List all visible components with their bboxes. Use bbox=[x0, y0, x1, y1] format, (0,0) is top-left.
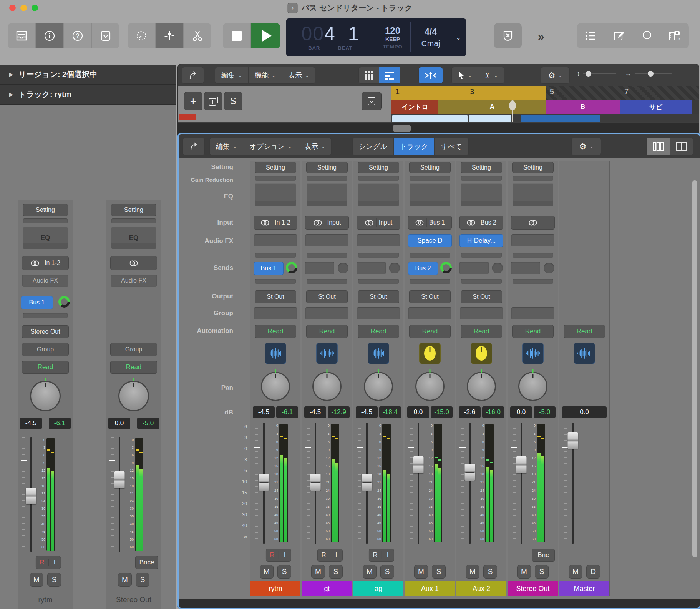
group-slot[interactable] bbox=[305, 307, 348, 319]
audio-fx-slot[interactable] bbox=[305, 234, 348, 246]
volume-db-value[interactable]: 0.0 bbox=[407, 406, 429, 418]
tracks-menu-1[interactable]: 機能⌄ bbox=[249, 67, 282, 83]
lcd-display[interactable]: 004 1 BAR BEAT 120 KEEP TEMPO 4/4 Cmaj ⌄ bbox=[286, 18, 466, 56]
pan-knob[interactable] bbox=[415, 372, 445, 401]
peak-db-value[interactable]: -5.0 bbox=[137, 418, 159, 429]
channel-setting-button[interactable]: Setting bbox=[461, 162, 502, 173]
mute-button[interactable]: M bbox=[311, 565, 325, 579]
fader-cap[interactable] bbox=[413, 456, 424, 473]
pan-knob[interactable] bbox=[518, 372, 547, 401]
play-button[interactable] bbox=[251, 23, 280, 48]
send-sub-slot[interactable] bbox=[23, 313, 68, 318]
audio-fx-slot[interactable]: Audio FX bbox=[111, 275, 157, 287]
record-enable-button[interactable]: R bbox=[369, 551, 382, 559]
volume-db-value[interactable]: -4.5 bbox=[356, 406, 378, 418]
send-sub-slot[interactable] bbox=[255, 279, 296, 284]
duplicate-track-button[interactable] bbox=[204, 92, 222, 110]
peak-db-value[interactable]: -16.0 bbox=[482, 406, 504, 418]
audio-fx-plugin-slot[interactable]: H-Delay... bbox=[459, 234, 503, 247]
marker-1[interactable]: A bbox=[438, 100, 546, 114]
plugin-sub-slot[interactable] bbox=[358, 253, 399, 258]
zoom-window-button[interactable] bbox=[32, 5, 38, 11]
waveform-icon[interactable] bbox=[368, 343, 389, 364]
channel-setting-button[interactable]: Setting bbox=[512, 162, 554, 173]
input-monitor-button[interactable]: I bbox=[279, 551, 291, 559]
output-slot[interactable]: St Out bbox=[409, 290, 451, 303]
volume-fader[interactable] bbox=[362, 423, 372, 544]
dim-button[interactable]: D bbox=[586, 565, 600, 579]
send-sub-slot[interactable] bbox=[513, 279, 553, 284]
send-slot[interactable] bbox=[357, 262, 386, 274]
tracks-settings-button[interactable]: ⚙⌄ bbox=[541, 67, 570, 84]
gain-reduction-slot[interactable] bbox=[111, 218, 156, 223]
list-view-icon[interactable] bbox=[379, 67, 400, 83]
automation-mode-button[interactable]: Read bbox=[461, 325, 502, 338]
record-input-buttons[interactable]: RI bbox=[317, 549, 343, 562]
automation-mode-button[interactable]: Read bbox=[306, 325, 348, 338]
audio-fx-plugin-slot[interactable]: Space D bbox=[408, 234, 452, 247]
marker-2[interactable]: B bbox=[546, 100, 620, 114]
input-monitor-button[interactable]: I bbox=[382, 551, 394, 559]
replace-shield-icon[interactable] bbox=[494, 23, 522, 48]
waveform-icon[interactable] bbox=[265, 343, 286, 364]
knob-icon[interactable] bbox=[419, 343, 441, 364]
output-slot[interactable]: St Out bbox=[255, 290, 296, 303]
mixer-toggle-icon[interactable] bbox=[156, 23, 184, 48]
eq-display[interactable] bbox=[307, 183, 347, 206]
peak-db-value[interactable]: -15.0 bbox=[431, 406, 453, 418]
group-slot[interactable] bbox=[511, 307, 554, 319]
send-sub-slot[interactable] bbox=[358, 279, 399, 284]
fader-cap[interactable] bbox=[114, 471, 125, 488]
smart-controls-icon[interactable] bbox=[128, 23, 156, 48]
peak-db-value[interactable]: -5.0 bbox=[534, 406, 556, 418]
solo-button[interactable]: S bbox=[432, 565, 446, 579]
record-input-buttons[interactable]: RI bbox=[266, 549, 291, 562]
stereo-format-icon[interactable] bbox=[260, 220, 270, 226]
pan-knob[interactable] bbox=[467, 372, 496, 401]
toolbar-overflow-chevrons[interactable]: » bbox=[538, 30, 544, 43]
volume-fader[interactable] bbox=[26, 437, 36, 552]
volume-db-value[interactable]: 0.0 bbox=[510, 406, 532, 418]
fader-cap[interactable] bbox=[362, 474, 372, 491]
tracks-menu-2[interactable]: 表示⌄ bbox=[282, 67, 315, 83]
input-slot[interactable]: Bus 2 bbox=[459, 216, 503, 230]
stereo-format-icon[interactable] bbox=[365, 220, 374, 226]
fader-cap[interactable] bbox=[26, 488, 36, 504]
automation-mode-button[interactable]: Read bbox=[255, 325, 296, 338]
record-enable-button[interactable]: R bbox=[36, 559, 49, 566]
knob-icon[interactable] bbox=[471, 343, 492, 364]
tempo-display[interactable]: 120 KEEP TEMPO bbox=[375, 18, 410, 56]
channel-setting-button[interactable]: Setting bbox=[255, 162, 296, 173]
automation-mode-button[interactable]: Read bbox=[110, 361, 157, 374]
track-name-plate[interactable]: Stereo Out bbox=[508, 581, 558, 596]
mute-button[interactable]: M bbox=[414, 565, 428, 579]
solo-button[interactable]: S bbox=[329, 565, 343, 579]
automation-mode-button[interactable]: Read bbox=[564, 325, 605, 338]
track-header-options-icon[interactable] bbox=[362, 92, 382, 110]
input-slot[interactable]: Bus 1 bbox=[408, 216, 452, 230]
volume-fader[interactable] bbox=[259, 423, 269, 544]
send-slot[interactable] bbox=[305, 262, 334, 274]
group-slot[interactable] bbox=[254, 307, 297, 319]
solo-button[interactable]: S bbox=[380, 565, 394, 579]
fader-cap[interactable] bbox=[516, 456, 527, 473]
send-level-knob[interactable] bbox=[286, 262, 297, 273]
input-slot[interactable]: In 1-2 bbox=[22, 256, 69, 270]
note-pads-icon[interactable] bbox=[605, 23, 633, 48]
volume-fader[interactable] bbox=[568, 423, 578, 544]
pointer-tool-button[interactable]: ⌄ bbox=[452, 67, 478, 83]
marker-0[interactable]: イントロ bbox=[391, 100, 439, 114]
gain-reduction-slot[interactable] bbox=[410, 176, 450, 181]
record-enable-button[interactable]: R bbox=[318, 551, 330, 559]
eq-display[interactable] bbox=[513, 183, 553, 206]
send-sub-slot[interactable] bbox=[307, 279, 347, 284]
eq-display[interactable] bbox=[358, 183, 399, 206]
audio-fx-slot[interactable] bbox=[254, 234, 297, 246]
input-slot[interactable]: In 1-2 bbox=[254, 216, 297, 230]
waveform-icon[interactable] bbox=[316, 343, 338, 364]
automation-mode-button[interactable]: Read bbox=[22, 361, 69, 374]
pan-knob[interactable] bbox=[261, 372, 290, 401]
peak-db-value[interactable]: -6.1 bbox=[49, 418, 71, 429]
audio-fx-slot[interactable] bbox=[357, 234, 400, 246]
loop-browser-icon[interactable] bbox=[633, 23, 661, 48]
